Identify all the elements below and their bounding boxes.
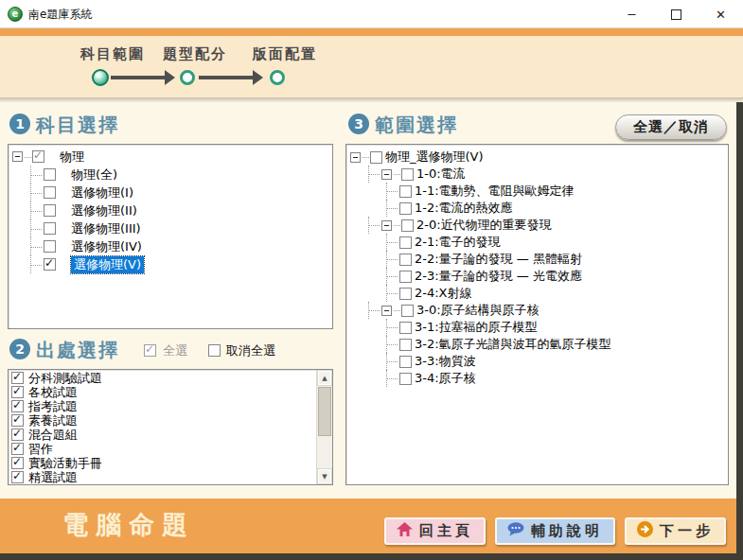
list-checkbox[interactable] — [11, 457, 24, 469]
tree-checkbox[interactable] — [399, 322, 412, 334]
list-checkbox[interactable] — [11, 443, 24, 455]
tree-connector-icon — [386, 353, 399, 370]
tree-item[interactable]: 物理(全) — [9, 166, 332, 184]
tree-item-label[interactable]: 2-0:近代物理的重要發現 — [416, 217, 552, 234]
tree-checkbox[interactable] — [399, 373, 412, 385]
section-3-number: 3 — [348, 114, 369, 134]
expand-toggle-icon[interactable] — [381, 169, 392, 180]
tree-item[interactable]: 選修物理(II) — [9, 201, 332, 219]
tree-item-label[interactable]: 3-3:物質波 — [415, 353, 476, 370]
tree-checkbox[interactable] — [399, 202, 412, 215]
tree-item[interactable]: 物理 — [9, 148, 332, 166]
tree-item[interactable]: 3-2:氫原子光譜與波耳的氫原子模型 — [346, 336, 728, 353]
list-item-label[interactable]: 精選試題 — [28, 469, 78, 486]
tree-checkbox[interactable] — [399, 356, 412, 368]
tree-item[interactable]: 選修物理(I) — [9, 184, 332, 201]
tree-checkbox[interactable] — [399, 271, 412, 283]
tree-item-label[interactable]: 2-3:量子論的發現 — 光電效應 — [415, 268, 582, 285]
minimize-button[interactable]: ─ — [610, 0, 654, 28]
tree-checkbox[interactable] — [370, 151, 382, 164]
tree-item-label[interactable]: 3-1:拉塞福的原子模型 — [415, 319, 538, 336]
tree-item-label[interactable]: 選修物理(I) — [71, 184, 133, 201]
subject-tree: 物理物理(全)選修物理(I)選修物理(II)選修物理(III)選修物理(IV)選… — [8, 144, 333, 329]
tree-item[interactable]: 1-0:電流 — [346, 166, 728, 183]
close-button[interactable]: ✕ — [699, 0, 743, 28]
footer-button-label: 回主頁 — [419, 522, 473, 540]
tree-checkbox[interactable] — [399, 185, 412, 198]
tree-item-label[interactable]: 選修物理(IV) — [71, 238, 142, 255]
list-item[interactable]: 混合題組 — [9, 428, 332, 442]
list-item[interactable]: 精選試題 — [9, 470, 332, 484]
step-dot-1 — [92, 69, 109, 86]
tree-checkbox[interactable] — [44, 168, 56, 181]
expand-toggle-icon[interactable] — [381, 306, 392, 316]
tree-checkbox[interactable] — [32, 150, 44, 163]
list-item-partial[interactable] — [9, 484, 332, 485]
tree-item-label[interactable]: 選修物理(III) — [71, 220, 141, 237]
tree-item[interactable]: 選修物理(V) — [9, 255, 332, 273]
tree-item[interactable]: 3-0:原子結構與原子核 — [346, 302, 728, 319]
deselect-all-checkbox[interactable] — [208, 344, 221, 357]
tree-item[interactable]: 2-1:電子的發現 — [346, 234, 728, 251]
tree-checkbox[interactable] — [44, 204, 56, 217]
tree-item[interactable]: 物理_選修物理(V) — [346, 149, 728, 166]
tree-item[interactable]: 3-3:物質波 — [346, 353, 728, 370]
tree-checkbox[interactable] — [44, 240, 56, 253]
tree-connector-icon — [368, 166, 381, 183]
tree-item-label[interactable]: 選修物理(V) — [71, 256, 144, 273]
tree-item[interactable]: 2-0:近代物理的重要發現 — [346, 217, 728, 234]
select-all-checkbox[interactable] — [144, 344, 156, 357]
window-bottom-edge — [0, 553, 743, 560]
tree-item-label[interactable]: 物理_選修物理(V) — [385, 149, 484, 166]
tree-item[interactable]: 1-1:電動勢、電阻與歐姆定律 — [346, 183, 728, 200]
tree-checkbox[interactable] — [401, 219, 414, 232]
home-button[interactable]: 回主頁 — [384, 517, 486, 545]
next-step-button[interactable]: 下一步 — [625, 517, 726, 545]
tree-item[interactable]: 2-4:X射線 — [346, 285, 728, 302]
tree-item[interactable]: 1-2:電流的熱效應 — [346, 200, 728, 217]
tree-item-label[interactable]: 2-2:量子論的發現 — 黑體輻射 — [415, 251, 582, 268]
tree-checkbox[interactable] — [399, 236, 412, 249]
tree-connector-icon — [386, 285, 399, 302]
help-button[interactable]: 輔助說明 — [495, 517, 615, 545]
tree-item-label[interactable]: 選修物理(II) — [71, 202, 137, 219]
maximize-button[interactable] — [654, 0, 699, 28]
tree-item-label[interactable]: 3-4:原子核 — [415, 370, 476, 387]
tree-connector-icon — [386, 234, 399, 251]
list-checkbox[interactable] — [11, 372, 24, 384]
tree-checkbox[interactable] — [44, 222, 56, 235]
tree-checkbox[interactable] — [401, 305, 414, 317]
tree-item-label[interactable]: 2-4:X射線 — [415, 285, 472, 302]
tree-checkbox[interactable] — [399, 339, 412, 351]
tree-item-label[interactable]: 3-2:氫原子光譜與波耳的氫原子模型 — [415, 336, 611, 353]
tree-connector-icon — [30, 184, 44, 201]
tree-checkbox[interactable] — [44, 258, 56, 271]
tree-checkbox[interactable] — [44, 186, 56, 199]
tree-item-label[interactable]: 3-0:原子結構與原子核 — [416, 302, 540, 319]
list-checkbox[interactable] — [11, 386, 24, 398]
tree-item-label[interactable]: 1-2:電流的熱效應 — [415, 200, 513, 217]
tree-checkbox[interactable] — [401, 168, 414, 181]
tree-item-label[interactable]: 1-1:電動勢、電阻與歐姆定律 — [415, 183, 575, 200]
tree-item[interactable]: 3-1:拉塞福的原子模型 — [346, 319, 728, 336]
tree-checkbox[interactable] — [399, 254, 412, 266]
list-checkbox[interactable] — [11, 414, 24, 427]
tree-checkbox[interactable] — [399, 288, 412, 300]
tree-connector-icon — [368, 302, 381, 319]
list-checkbox[interactable] — [11, 471, 24, 483]
expand-toggle-icon[interactable] — [381, 220, 392, 231]
list-checkbox[interactable] — [11, 400, 24, 412]
tree-item-label[interactable]: 物理(全) — [71, 166, 117, 184]
tree-item[interactable]: 選修物理(IV) — [9, 237, 332, 255]
tree-item[interactable]: 選修物理(III) — [9, 219, 332, 237]
expand-toggle-icon[interactable] — [350, 152, 361, 163]
tree-item[interactable]: 3-4:原子核 — [346, 370, 728, 387]
expand-toggle-icon[interactable] — [12, 151, 23, 162]
tree-item-label[interactable]: 物理 — [60, 149, 84, 166]
tree-item-label[interactable]: 2-1:電子的發現 — [415, 234, 501, 251]
tree-item-label[interactable]: 1-0:電流 — [416, 166, 466, 183]
tree-item[interactable]: 2-2:量子論的發現 — 黑體輻射 — [346, 251, 728, 268]
list-checkbox[interactable] — [11, 429, 24, 441]
tree-item[interactable]: 2-3:量子論的發現 — 光電效應 — [346, 268, 728, 285]
select-toggle-button[interactable]: 全選／取消 — [615, 114, 727, 140]
